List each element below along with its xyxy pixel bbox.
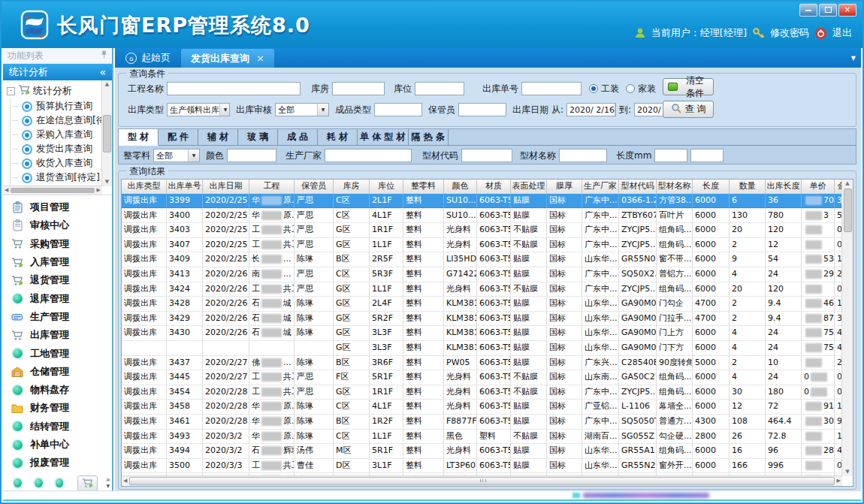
column-header[interactable]: 库房 (334, 180, 370, 194)
column-header[interactable]: 数量 (730, 180, 766, 194)
sidebar-module[interactable]: 结转管理 (3, 418, 112, 436)
scroll-right-icon[interactable]: ▶ (97, 186, 101, 195)
scrollbar-thumb[interactable] (844, 189, 852, 232)
expander-icon[interactable]: - (7, 87, 15, 95)
table-row[interactable]: 调拨出库34132020/2/26南...严思C区5R3F整料G71422606… (122, 267, 842, 282)
sidebar-module[interactable]: 项目管理 (3, 198, 112, 216)
tree-item[interactable]: 在途信息查询[待 (13, 113, 112, 128)
scroll-down-icon[interactable]: ▼ (105, 178, 109, 186)
overflow-chevron-icon[interactable]: »▼ (106, 477, 110, 489)
material-tab[interactable]: 成 品 (278, 129, 318, 145)
tree-root[interactable]: - 统计分析 (3, 80, 112, 99)
scroll-left-icon[interactable]: ◀ (5, 186, 8, 195)
product-type-input[interactable] (374, 103, 422, 116)
maximize-button[interactable] (819, 4, 837, 17)
column-header[interactable]: 长度 (693, 180, 730, 194)
table-row[interactable]: 调拨出库34002020/2/25华原...严思C区4L1F整料SU10...6… (122, 209, 842, 224)
table-row[interactable]: 调拨出库34452020/2/27工共工程严思F区5R1F整料光身料6063-T… (122, 370, 842, 385)
tab-list-dropdown-icon[interactable]: ▼ (851, 55, 856, 62)
sidebar-module[interactable]: 采购管理 (3, 235, 112, 253)
sidebar-module[interactable]: 退库管理 (3, 289, 112, 307)
table-row[interactable]: 调拨出库33992020/2/25华原...严思C区2L1F整料SU10...6… (122, 194, 842, 209)
tree-item[interactable]: 发货出库查询 (13, 142, 112, 156)
radio-option[interactable]: 家装 (626, 83, 656, 95)
whole-part-select[interactable]: 全部 ▼ (153, 149, 200, 162)
column-header[interactable]: 库位 (370, 180, 403, 194)
keeper-input[interactable] (458, 103, 506, 116)
warehouse-input[interactable] (332, 82, 385, 95)
table-row[interactable]: 调拨出库34372020/2/27佛...陈琳B区3R6F整料PW056063-… (122, 356, 842, 371)
scrollbar-thumb[interactable] (11, 188, 94, 193)
sidebar-module[interactable]: 工地管理 (3, 344, 112, 362)
combo-arrow-icon[interactable]: ▼ (188, 149, 199, 161)
material-tab[interactable]: 隔 热 条 (409, 129, 449, 145)
profile-code-input[interactable] (461, 149, 512, 162)
logout-link[interactable]: 退出 (832, 26, 852, 40)
material-tab[interactable]: 型 材 (119, 129, 159, 146)
column-header[interactable]: 单价 (802, 180, 835, 194)
table-row[interactable]: 调拨出库34932020/3/2华原...陈琳C区1L1F整料黑色塑料不贴膜国标… (122, 430, 842, 445)
cart-strip-button[interactable] (77, 475, 97, 491)
tree-item[interactable]: 收货入库查询 (13, 156, 112, 171)
grid-horizontal-scrollbar[interactable]: ◀ ▶ (122, 475, 842, 486)
table-row[interactable]: G区3L3F整料KLM38176063-T5贴膜国标山东华...GA90M09.… (122, 341, 842, 356)
scroll-up-icon[interactable]: ▲ (845, 180, 849, 188)
module-dot-icon[interactable] (56, 478, 64, 487)
scroll-right-icon[interactable]: ▶ (837, 477, 841, 485)
scrollbar-thumb[interactable] (129, 477, 834, 485)
manufacturer-input[interactable] (325, 149, 412, 162)
length-min-input[interactable] (654, 149, 687, 162)
clear-conditions-button[interactable]: 清空条件 (663, 78, 714, 95)
scroll-down-icon[interactable]: ▼ (845, 468, 849, 476)
table-row[interactable]: 调拨出库34282020/2/26石城陈琳G区2L4F整料KLM38176063… (122, 297, 842, 312)
close-button[interactable]: × (838, 4, 856, 17)
minimize-button[interactable] (799, 4, 817, 17)
color-input[interactable] (227, 149, 276, 162)
material-tab[interactable]: 耗 材 (318, 129, 358, 145)
material-tab[interactable]: 单 体 型 材 (358, 129, 409, 145)
tree-horizontal-scrollbar[interactable]: ◀ ▶ (3, 186, 102, 195)
scroll-up-icon[interactable]: ▲ (105, 80, 109, 89)
combo-arrow-icon[interactable]: ▼ (615, 104, 616, 116)
column-header[interactable]: 出库类型 (122, 180, 167, 194)
outbound-no-input[interactable] (521, 82, 582, 95)
grid-vertical-scrollbar[interactable]: ▲ ▼ (841, 180, 853, 476)
table-row[interactable]: 调拨出库35002020/3/3工共工程曹佳D区3L1F整料LT3P606063… (122, 459, 842, 474)
sidebar-module[interactable]: 审核中心 (3, 216, 112, 234)
tree-item[interactable]: 退货查询[待定] (13, 171, 112, 185)
combo-arrow-icon[interactable]: ▼ (317, 104, 328, 116)
sidebar-module[interactable]: 入库管理 (3, 253, 112, 271)
column-header[interactable]: 型材名称 (657, 180, 693, 194)
combo-arrow-icon[interactable]: ▼ (219, 104, 230, 116)
material-tab[interactable]: 辅 材 (198, 129, 238, 145)
outbound-type-select[interactable]: 生产领料出库 ▼ (167, 103, 230, 116)
table-row[interactable]: 调拨出库34582020/2/28华原...陈琳C区4L1F整料光身料6063-… (122, 400, 842, 415)
module-dot-icon[interactable] (35, 478, 43, 487)
column-header[interactable]: 表面处理 (511, 180, 547, 194)
table-row[interactable]: 调拨出库34292020/2/26石城陈琳G区5R2F整料KLM38176063… (122, 312, 842, 327)
column-header[interactable]: 型材代码 (619, 180, 657, 194)
search-button[interactable]: 查 询 (663, 101, 714, 118)
length-max-input[interactable] (690, 149, 724, 162)
sidebar-module[interactable]: 退货管理 (3, 271, 112, 289)
close-tab-icon[interactable]: × (256, 53, 264, 64)
table-row[interactable]: 调拨出库34302020/2/26石城陈琳G区3L3F整料KLM38176063… (122, 326, 842, 341)
tab-home[interactable]: ⌂ 起始页 (115, 48, 181, 68)
column-header[interactable]: 整零料 (403, 180, 444, 194)
radio-option[interactable]: 工装 (589, 83, 619, 95)
column-header[interactable]: 保管员 (295, 180, 334, 194)
sidebar-module[interactable]: 仓储管理 (3, 363, 112, 381)
table-row[interactable]: 调拨出库34032020/2/25工共工程严思G区1R1F整料光身料6063-T… (122, 223, 842, 238)
column-header[interactable]: 生产厂家 (582, 180, 619, 194)
table-row[interactable]: 调拨出库34612020/2/28华原...陈琳B区1R2F整料F8877FT6… (122, 415, 842, 430)
table-row[interactable]: 调拨出库34242020/2/26工共工程严思G区1L1F整料光身料6063-T… (122, 282, 842, 297)
column-header[interactable]: 工程 (249, 180, 295, 194)
collapse-icon[interactable]: « (99, 65, 106, 80)
change-password-link[interactable]: 修改密码 (770, 26, 809, 40)
tree-vertical-scrollbar[interactable]: ▲ ▼ (101, 80, 112, 186)
column-header[interactable]: 出库日期 (203, 180, 249, 194)
profile-name-input[interactable] (559, 149, 607, 162)
column-header[interactable]: 材质 (477, 180, 511, 194)
table-row[interactable]: 调拨出库34942020/3/2石辉城汤伟M区5R1F整料光身料6063-T5贴… (122, 444, 842, 459)
location-input[interactable] (415, 82, 464, 95)
